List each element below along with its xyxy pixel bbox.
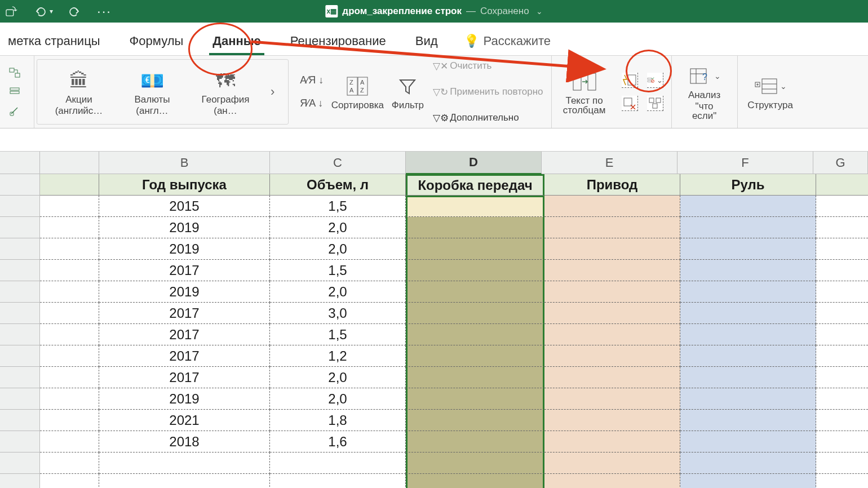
cell-drive[interactable] — [544, 281, 680, 303]
formula-bar-area[interactable] — [0, 128, 868, 152]
cell-drive[interactable] — [544, 345, 680, 367]
cell-transmission[interactable] — [406, 303, 544, 324]
column-header-g[interactable]: G — [813, 152, 868, 174]
cell-transmission[interactable] — [406, 410, 544, 431]
cell-year[interactable]: 2015 — [99, 196, 270, 217]
cell[interactable] — [816, 431, 868, 452]
cell-transmission[interactable] — [406, 367, 544, 388]
row-header[interactable] — [0, 345, 40, 367]
column-header-c[interactable]: C — [270, 152, 406, 174]
cell-steering[interactable] — [680, 431, 816, 452]
cell-volume[interactable]: 1,5 — [270, 196, 406, 217]
cell-year[interactable]: 2017 — [99, 367, 270, 388]
cell-volume[interactable]: 2,0 — [270, 217, 406, 238]
cell-transmission[interactable] — [406, 388, 544, 410]
cell[interactable] — [816, 174, 868, 196]
cell-drive[interactable] — [544, 260, 680, 281]
cell[interactable] — [816, 452, 868, 474]
cell-volume[interactable]: 2,0 — [270, 388, 406, 410]
more-icon[interactable]: ··· — [97, 3, 112, 19]
data-types-more[interactable]: › — [265, 85, 280, 99]
row-header[interactable] — [0, 174, 40, 196]
row-header[interactable] — [0, 324, 40, 345]
column-header-f[interactable]: F — [677, 152, 813, 174]
cell-drive[interactable] — [544, 367, 680, 388]
cell-transmission[interactable] — [406, 345, 544, 367]
cell-drive[interactable] — [544, 238, 680, 260]
cell[interactable] — [816, 217, 868, 238]
cell[interactable] — [40, 281, 99, 303]
cell-transmission[interactable] — [406, 281, 544, 303]
cell[interactable] — [40, 367, 99, 388]
autosave-icon[interactable] — [6, 6, 18, 17]
cell-year[interactable]: 2019 — [99, 238, 270, 260]
cell[interactable] — [406, 452, 544, 474]
cell[interactable] — [40, 452, 99, 474]
cell-year[interactable]: 2017 — [99, 345, 270, 367]
cell[interactable] — [544, 474, 680, 488]
cell-steering[interactable] — [680, 410, 816, 431]
row-header[interactable] — [0, 303, 40, 324]
cell[interactable] — [40, 410, 99, 431]
cell-steering[interactable] — [680, 324, 816, 345]
cell-year[interactable]: 2017 — [99, 324, 270, 345]
remove-duplicates-icon[interactable] — [622, 96, 638, 111]
tab-view[interactable]: Вид — [412, 34, 441, 55]
cell-steering[interactable] — [680, 196, 816, 217]
cell[interactable] — [40, 388, 99, 410]
row-header[interactable] — [0, 196, 40, 217]
tell-me[interactable]: 💡 Расскажите — [464, 34, 551, 55]
cell-steering[interactable] — [680, 388, 816, 410]
cell-transmission[interactable] — [406, 260, 544, 281]
cell[interactable] — [40, 217, 99, 238]
advanced-filter-button[interactable]: ▽⚙ Дополнительно — [433, 107, 543, 128]
cell[interactable] — [680, 452, 816, 474]
tab-page-layout[interactable]: метка страницы — [5, 34, 104, 55]
cell-volume[interactable]: 2,0 — [270, 238, 406, 260]
filter-button[interactable]: Фильтр — [388, 73, 427, 111]
cell[interactable] — [816, 260, 868, 281]
cell-header-drive[interactable]: Привод — [544, 174, 680, 196]
cell[interactable] — [816, 410, 868, 431]
cell[interactable] — [99, 452, 270, 474]
row-header[interactable] — [0, 260, 40, 281]
cell[interactable] — [816, 196, 868, 217]
cell-transmission[interactable] — [406, 324, 544, 345]
row-header[interactable] — [0, 217, 40, 238]
cell-volume[interactable]: 1,6 — [270, 431, 406, 452]
redo-icon[interactable] — [69, 6, 81, 17]
cell[interactable] — [270, 452, 406, 474]
cell-transmission[interactable] — [406, 217, 544, 238]
data-validation-button[interactable]: ⌄ — [647, 73, 663, 88]
cell-transmission[interactable] — [406, 196, 544, 217]
select-all-corner[interactable] — [0, 152, 40, 174]
cell-steering[interactable] — [680, 345, 816, 367]
cell-drive[interactable] — [544, 196, 680, 217]
chevron-down-icon[interactable]: ⌄ — [536, 7, 543, 16]
cell[interactable] — [40, 196, 99, 217]
cell-steering[interactable] — [680, 260, 816, 281]
cell-drive[interactable] — [544, 324, 680, 345]
cell-volume[interactable]: 2,0 — [270, 281, 406, 303]
cell[interactable] — [816, 324, 868, 345]
structure-button[interactable]: ⌄ Структура — [746, 73, 795, 111]
cell-drive[interactable] — [544, 388, 680, 410]
cell-steering[interactable] — [680, 238, 816, 260]
cell[interactable] — [40, 324, 99, 345]
geography-button[interactable]: 🗺 География (ан… — [192, 67, 259, 117]
cell-steering[interactable] — [680, 281, 816, 303]
cell-header-year[interactable]: Год выпуска — [99, 174, 270, 196]
currencies-button[interactable]: 💶 Валюты (англ… — [118, 67, 186, 117]
undo-icon[interactable]: ▾ — [34, 6, 53, 17]
column-header-d[interactable]: D — [406, 152, 542, 174]
cell-volume[interactable]: 2,0 — [270, 367, 406, 388]
cell-header-transmission[interactable]: Коробка передач — [406, 174, 544, 196]
row-header[interactable] — [0, 452, 40, 474]
cell-drive[interactable] — [544, 431, 680, 452]
cell[interactable] — [40, 174, 99, 196]
cell[interactable] — [40, 303, 99, 324]
row-header[interactable] — [0, 238, 40, 260]
column-header-a-partial[interactable] — [40, 152, 99, 174]
cell[interactable] — [40, 431, 99, 452]
tab-data[interactable]: Данные — [209, 34, 264, 55]
